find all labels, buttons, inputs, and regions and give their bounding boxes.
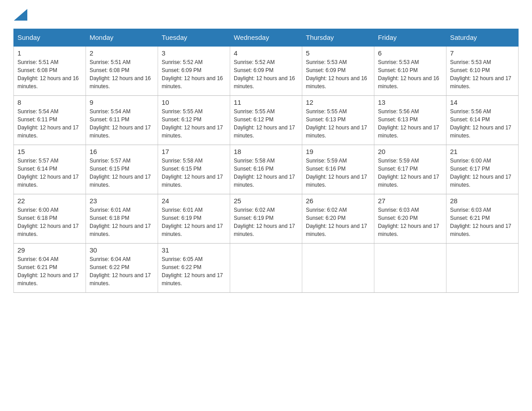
calendar-week-row: 1 Sunrise: 5:51 AM Sunset: 6:08 PM Dayli… — [14, 46, 519, 95]
header-monday: Monday — [86, 29, 158, 47]
calendar-cell: 8 Sunrise: 5:54 AM Sunset: 6:11 PM Dayli… — [14, 95, 86, 145]
day-info: Sunrise: 6:00 AM Sunset: 6:18 PM Dayligh… — [17, 206, 82, 238]
calendar-header-row: SundayMondayTuesdayWednesdayThursdayFrid… — [14, 29, 519, 47]
day-info: Sunrise: 6:05 AM Sunset: 6:22 PM Dayligh… — [162, 255, 226, 287]
calendar-cell: 26 Sunrise: 6:02 AM Sunset: 6:20 PM Dayl… — [302, 194, 374, 243]
day-number: 9 — [90, 98, 154, 106]
day-info: Sunrise: 6:00 AM Sunset: 6:17 PM Dayligh… — [450, 157, 515, 189]
day-info: Sunrise: 5:54 AM Sunset: 6:11 PM Dayligh… — [17, 107, 82, 140]
calendar-cell: 10 Sunrise: 5:55 AM Sunset: 6:12 PM Dayl… — [158, 95, 230, 145]
header-sunday: Sunday — [14, 29, 86, 47]
day-info: Sunrise: 5:57 AM Sunset: 6:14 PM Dayligh… — [17, 157, 82, 189]
day-info: Sunrise: 5:51 AM Sunset: 6:08 PM Dayligh… — [90, 58, 154, 90]
day-number: 29 — [17, 246, 82, 254]
calendar-cell: 5 Sunrise: 5:53 AM Sunset: 6:09 PM Dayli… — [302, 46, 374, 95]
day-info: Sunrise: 5:57 AM Sunset: 6:15 PM Dayligh… — [90, 157, 154, 189]
day-info: Sunrise: 6:02 AM Sunset: 6:19 PM Dayligh… — [234, 206, 298, 238]
day-number: 19 — [306, 148, 370, 155]
calendar-week-row: 15 Sunrise: 5:57 AM Sunset: 6:14 PM Dayl… — [14, 145, 519, 194]
calendar-table: SundayMondayTuesdayWednesdayThursdayFrid… — [13, 29, 519, 293]
calendar-cell: 31 Sunrise: 6:05 AM Sunset: 6:22 PM Dayl… — [158, 243, 230, 292]
calendar-cell: 24 Sunrise: 6:01 AM Sunset: 6:19 PM Dayl… — [158, 194, 230, 243]
day-info: Sunrise: 5:54 AM Sunset: 6:11 PM Dayligh… — [90, 107, 154, 140]
page-header — [13, 9, 519, 20]
calendar-cell: 23 Sunrise: 6:01 AM Sunset: 6:18 PM Dayl… — [86, 194, 158, 243]
day-number: 25 — [234, 197, 298, 205]
day-info: Sunrise: 6:02 AM Sunset: 6:20 PM Dayligh… — [306, 206, 370, 238]
day-number: 20 — [378, 148, 442, 155]
calendar-cell: 27 Sunrise: 6:03 AM Sunset: 6:20 PM Dayl… — [374, 194, 446, 243]
day-info: Sunrise: 6:03 AM Sunset: 6:20 PM Dayligh… — [378, 206, 442, 238]
day-number: 6 — [378, 49, 442, 57]
calendar-cell — [302, 243, 374, 292]
day-number: 10 — [162, 98, 226, 106]
day-info: Sunrise: 5:55 AM Sunset: 6:12 PM Dayligh… — [162, 107, 226, 140]
calendar-cell: 25 Sunrise: 6:02 AM Sunset: 6:19 PM Dayl… — [230, 194, 302, 243]
day-number: 15 — [17, 148, 82, 155]
calendar-cell: 1 Sunrise: 5:51 AM Sunset: 6:08 PM Dayli… — [14, 46, 86, 95]
calendar-cell: 11 Sunrise: 5:55 AM Sunset: 6:12 PM Dayl… — [230, 95, 302, 145]
day-info: Sunrise: 6:04 AM Sunset: 6:22 PM Dayligh… — [90, 255, 154, 287]
header-saturday: Saturday — [446, 29, 519, 47]
day-number: 24 — [162, 197, 226, 205]
day-number: 23 — [90, 197, 154, 205]
day-number: 21 — [450, 148, 515, 155]
day-info: Sunrise: 5:59 AM Sunset: 6:17 PM Dayligh… — [378, 157, 442, 189]
calendar-cell: 4 Sunrise: 5:52 AM Sunset: 6:09 PM Dayli… — [230, 46, 302, 95]
day-number: 13 — [378, 98, 442, 106]
svg-marker-0 — [14, 9, 27, 21]
day-info: Sunrise: 5:51 AM Sunset: 6:08 PM Dayligh… — [17, 58, 82, 90]
day-number: 17 — [162, 148, 226, 155]
day-info: Sunrise: 5:52 AM Sunset: 6:09 PM Dayligh… — [234, 58, 298, 90]
day-info: Sunrise: 6:01 AM Sunset: 6:18 PM Dayligh… — [90, 206, 154, 238]
calendar-week-row: 29 Sunrise: 6:04 AM Sunset: 6:21 PM Dayl… — [14, 243, 519, 292]
calendar-cell: 6 Sunrise: 5:53 AM Sunset: 6:10 PM Dayli… — [374, 46, 446, 95]
day-number: 4 — [234, 49, 298, 57]
calendar-cell — [374, 243, 446, 292]
day-number: 22 — [17, 197, 82, 205]
calendar-cell — [446, 243, 519, 292]
day-number: 8 — [17, 98, 82, 106]
header-thursday: Thursday — [302, 29, 374, 47]
calendar-cell: 2 Sunrise: 5:51 AM Sunset: 6:08 PM Dayli… — [86, 46, 158, 95]
day-number: 7 — [450, 49, 515, 57]
calendar-week-row: 8 Sunrise: 5:54 AM Sunset: 6:11 PM Dayli… — [14, 95, 519, 145]
day-number: 5 — [306, 49, 370, 57]
day-number: 16 — [90, 148, 154, 155]
day-number: 2 — [90, 49, 154, 57]
day-number: 12 — [306, 98, 370, 106]
calendar-cell: 17 Sunrise: 5:58 AM Sunset: 6:15 PM Dayl… — [158, 145, 230, 194]
calendar-cell: 20 Sunrise: 5:59 AM Sunset: 6:17 PM Dayl… — [374, 145, 446, 194]
day-number: 1 — [17, 49, 82, 57]
calendar-week-row: 22 Sunrise: 6:00 AM Sunset: 6:18 PM Dayl… — [14, 194, 519, 243]
day-info: Sunrise: 5:55 AM Sunset: 6:13 PM Dayligh… — [306, 107, 370, 140]
calendar-cell: 13 Sunrise: 5:56 AM Sunset: 6:13 PM Dayl… — [374, 95, 446, 145]
header-tuesday: Tuesday — [158, 29, 230, 47]
calendar-cell: 22 Sunrise: 6:00 AM Sunset: 6:18 PM Dayl… — [14, 194, 86, 243]
logo — [13, 9, 27, 20]
calendar-cell: 14 Sunrise: 5:56 AM Sunset: 6:14 PM Dayl… — [446, 95, 519, 145]
day-info: Sunrise: 5:53 AM Sunset: 6:09 PM Dayligh… — [306, 58, 370, 90]
calendar-cell — [230, 243, 302, 292]
day-number: 30 — [90, 246, 154, 254]
calendar-cell: 3 Sunrise: 5:52 AM Sunset: 6:09 PM Dayli… — [158, 46, 230, 95]
logo-triangle-icon — [14, 9, 27, 21]
day-info: Sunrise: 5:55 AM Sunset: 6:12 PM Dayligh… — [234, 107, 298, 140]
day-info: Sunrise: 5:56 AM Sunset: 6:14 PM Dayligh… — [450, 107, 515, 140]
day-number: 27 — [378, 197, 442, 205]
calendar-cell: 28 Sunrise: 6:03 AM Sunset: 6:21 PM Dayl… — [446, 194, 519, 243]
calendar-cell: 16 Sunrise: 5:57 AM Sunset: 6:15 PM Dayl… — [86, 145, 158, 194]
calendar-cell: 19 Sunrise: 5:59 AM Sunset: 6:16 PM Dayl… — [302, 145, 374, 194]
calendar-cell: 30 Sunrise: 6:04 AM Sunset: 6:22 PM Dayl… — [86, 243, 158, 292]
calendar-cell: 21 Sunrise: 6:00 AM Sunset: 6:17 PM Dayl… — [446, 145, 519, 194]
day-info: Sunrise: 5:58 AM Sunset: 6:16 PM Dayligh… — [234, 157, 298, 189]
calendar-cell: 29 Sunrise: 6:04 AM Sunset: 6:21 PM Dayl… — [14, 243, 86, 292]
day-info: Sunrise: 5:52 AM Sunset: 6:09 PM Dayligh… — [162, 58, 226, 90]
header-wednesday: Wednesday — [230, 29, 302, 47]
header-friday: Friday — [374, 29, 446, 47]
day-number: 26 — [306, 197, 370, 205]
day-number: 31 — [162, 246, 226, 254]
calendar-cell: 18 Sunrise: 5:58 AM Sunset: 6:16 PM Dayl… — [230, 145, 302, 194]
day-info: Sunrise: 5:53 AM Sunset: 6:10 PM Dayligh… — [378, 58, 442, 90]
day-info: Sunrise: 5:53 AM Sunset: 6:10 PM Dayligh… — [450, 58, 515, 90]
